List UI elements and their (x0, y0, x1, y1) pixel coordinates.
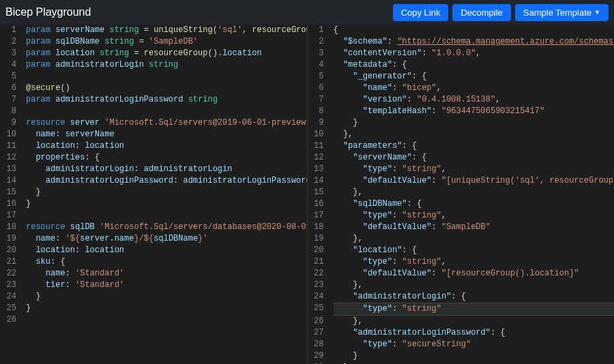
code-line[interactable]: 15 } (0, 187, 307, 198)
code-line[interactable]: 1param serverName string = uniqueString(… (0, 25, 307, 36)
code-line[interactable]: 18 "defaultValue": "SampleDB" (308, 222, 615, 233)
code-line[interactable]: 13 "type": "string", (308, 164, 615, 175)
code-content[interactable]: resource server 'Microsoft.Sql/servers@2… (26, 117, 307, 129)
code-line[interactable]: 9 } (308, 117, 615, 129)
code-line[interactable]: 27 "administratorLoginPassword": { (308, 327, 615, 339)
code-content[interactable]: location: location (26, 245, 307, 256)
code-line[interactable]: 25 "type": "string" (308, 303, 615, 316)
code-line[interactable]: 21 "type": "string", (308, 256, 615, 268)
code-content[interactable]: "defaultValue": "[resourceGroup().locati… (334, 268, 615, 279)
code-content[interactable]: } (26, 187, 307, 198)
code-line[interactable]: 14 administratorLoginPassword: administr… (0, 175, 307, 187)
code-content[interactable]: location: location (26, 140, 307, 152)
code-line[interactable]: 7param administratorLoginPassword string (0, 94, 307, 106)
code-line[interactable]: 24 } (0, 291, 307, 303)
code-line[interactable]: 12 "serverName": { (308, 152, 615, 164)
code-content[interactable]: param serverName string = uniqueString('… (26, 25, 307, 36)
code-line[interactable]: 20 location: location (0, 245, 307, 256)
code-line[interactable]: 11 "parameters": { (308, 140, 615, 152)
code-line[interactable]: 23 }, (308, 279, 615, 291)
code-content[interactable]: "$schema": "https://schema.management.az… (334, 36, 615, 48)
code-line[interactable]: 24 "administratorLogin": { (308, 291, 615, 303)
code-content[interactable]: resource sqlDB 'Microsoft.Sql/servers/da… (26, 222, 307, 233)
code-line[interactable]: 5 (0, 71, 307, 82)
code-content[interactable]: "type": "string", (334, 164, 615, 175)
code-content[interactable]: "defaultValue": "[uniqueString('sql', re… (334, 175, 615, 187)
code-line[interactable]: 22 name: 'Standard' (0, 268, 307, 279)
code-content[interactable]: param location string = resourceGroup().… (26, 48, 307, 59)
code-content[interactable]: name: 'Standard' (26, 268, 307, 279)
code-line[interactable]: 20 "location": { (308, 245, 615, 256)
code-content[interactable]: } (26, 198, 307, 210)
code-line[interactable]: 22 "defaultValue": "[resourceGroup().loc… (308, 268, 615, 279)
code-line[interactable]: 3 "contentVersion": "1.0.0.0", (308, 48, 615, 59)
code-line[interactable]: 19 }, (308, 233, 615, 245)
code-line[interactable]: 4 "metadata": { (308, 59, 615, 71)
code-content[interactable]: "_generator": { (334, 71, 615, 82)
code-content[interactable]: "type": "string", (334, 210, 615, 222)
code-line[interactable]: 23 tier: 'Standard' (0, 279, 307, 291)
code-line[interactable]: 17 (0, 210, 307, 222)
code-line[interactable]: 3param location string = resourceGroup()… (0, 48, 307, 59)
code-line[interactable]: 7 "version": "0.4.1008.15138", (308, 94, 615, 106)
code-line[interactable]: 17 "type": "string", (308, 210, 615, 222)
code-line[interactable]: 28 "type": "secureString" (308, 339, 615, 350)
code-content[interactable]: } (334, 117, 615, 129)
code-line[interactable]: 6@secure() (0, 82, 307, 94)
code-content[interactable]: "templateHash": "9634475065903215417" (334, 106, 615, 117)
code-content[interactable]: param administratorLogin string (26, 59, 307, 71)
code-content[interactable]: }, (334, 129, 615, 140)
code-content[interactable]: "defaultValue": "SampleDB" (334, 222, 615, 233)
code-line[interactable]: 16} (0, 198, 307, 210)
code-content[interactable]: }, (334, 187, 615, 198)
code-line[interactable]: 11 location: location (0, 140, 307, 152)
code-content[interactable] (26, 314, 307, 326)
code-content[interactable]: "type": "secureString" (334, 339, 615, 350)
code-line[interactable]: 15 }, (308, 187, 615, 198)
bicep-editor[interactable]: 1param serverName string = uniqueString(… (0, 25, 308, 364)
code-content[interactable]: "type": "string" (334, 303, 615, 316)
code-line[interactable]: 5 "_generator": { (308, 71, 615, 82)
code-line[interactable]: 25} (0, 303, 307, 314)
code-content[interactable] (26, 71, 307, 82)
code-line[interactable]: 18resource sqlDB 'Microsoft.Sql/servers/… (0, 222, 307, 233)
code-line[interactable]: 10 }, (308, 129, 615, 140)
code-line[interactable]: 21 sku: { (0, 256, 307, 268)
code-line[interactable]: 13 administratorLogin: administratorLogi… (0, 164, 307, 175)
code-content[interactable]: tier: 'Standard' (26, 279, 307, 291)
code-content[interactable]: }, (334, 279, 615, 291)
code-line[interactable]: 26 }, (308, 316, 615, 327)
json-editor[interactable]: 1{2 "$schema": "https://schema.managemen… (308, 25, 615, 364)
code-content[interactable]: "administratorLoginPassword": { (334, 327, 615, 339)
code-content[interactable]: @secure() (26, 82, 307, 94)
code-line[interactable]: 2 "$schema": "https://schema.management.… (308, 36, 615, 48)
code-line[interactable]: 10 name: serverName (0, 129, 307, 140)
code-content[interactable]: "location": { (334, 245, 615, 256)
code-content[interactable]: "type": "string", (334, 256, 615, 268)
code-content[interactable]: "metadata": { (334, 59, 615, 71)
sample-template-button[interactable]: Sample Template▼ (515, 4, 609, 21)
code-content[interactable] (26, 210, 307, 222)
code-content[interactable]: "contentVersion": "1.0.0.0", (334, 48, 615, 59)
code-line[interactable]: 2param sqlDBName string = 'SampleDB' (0, 36, 307, 48)
code-line[interactable]: 8 (0, 106, 307, 117)
copy-link-button[interactable]: Copy Link (393, 4, 449, 21)
code-content[interactable]: "sqlDBName": { (334, 198, 615, 210)
code-line[interactable]: 16 "sqlDBName": { (308, 198, 615, 210)
code-line[interactable]: 12 properties: { (0, 152, 307, 164)
code-content[interactable]: "administratorLogin": { (334, 291, 615, 303)
code-content[interactable]: administratorLogin: administratorLogin (26, 164, 307, 175)
code-content[interactable]: } (26, 291, 307, 303)
code-content[interactable]: } (334, 350, 615, 362)
code-content[interactable]: param sqlDBName string = 'SampleDB' (26, 36, 307, 48)
code-line[interactable]: 19 name: '${server.name}/${sqlDBName}' (0, 233, 307, 245)
code-content[interactable]: "version": "0.4.1008.15138", (334, 94, 615, 106)
code-content[interactable]: "serverName": { (334, 152, 615, 164)
code-line[interactable]: 9resource server 'Microsoft.Sql/servers@… (0, 117, 307, 129)
code-line[interactable]: 26 (0, 314, 307, 326)
code-line[interactable]: 1{ (308, 25, 615, 36)
code-content[interactable]: }, (334, 316, 615, 327)
code-content[interactable]: } (26, 303, 307, 314)
code-content[interactable]: "name": "bicep", (334, 82, 615, 94)
code-line[interactable]: 4param administratorLogin string (0, 59, 307, 71)
